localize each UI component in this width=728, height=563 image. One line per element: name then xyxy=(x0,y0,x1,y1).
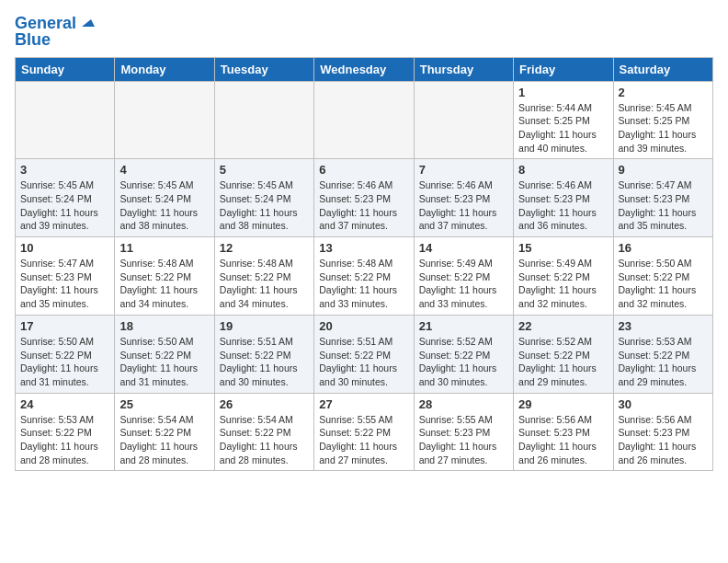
calendar-cell: 3Sunrise: 5:45 AM Sunset: 5:24 PM Daylig… xyxy=(16,159,115,237)
calendar-cell: 2Sunrise: 5:45 AM Sunset: 5:25 PM Daylig… xyxy=(613,81,712,159)
day-info: Sunrise: 5:52 AM Sunset: 5:22 PM Dayligh… xyxy=(419,335,508,389)
col-header-sunday: Sunday xyxy=(16,57,115,81)
day-info: Sunrise: 5:50 AM Sunset: 5:22 PM Dayligh… xyxy=(119,335,209,389)
calendar-cell: 23Sunrise: 5:53 AM Sunset: 5:22 PM Dayli… xyxy=(613,315,712,393)
calendar-cell xyxy=(214,81,313,159)
calendar-cell: 1Sunrise: 5:44 AM Sunset: 5:25 PM Daylig… xyxy=(514,81,613,159)
calendar-cell: 18Sunrise: 5:50 AM Sunset: 5:22 PM Dayli… xyxy=(115,315,214,393)
day-number: 30 xyxy=(619,397,708,411)
logo-text-line2: Blue xyxy=(15,31,51,50)
day-info: Sunrise: 5:45 AM Sunset: 5:25 PM Dayligh… xyxy=(619,101,708,155)
calendar-cell: 29Sunrise: 5:56 AM Sunset: 5:23 PM Dayli… xyxy=(514,393,613,471)
calendar-cell: 22Sunrise: 5:52 AM Sunset: 5:22 PM Dayli… xyxy=(514,315,613,393)
day-number: 4 xyxy=(119,163,209,177)
day-number: 14 xyxy=(419,241,508,255)
calendar-cell: 14Sunrise: 5:49 AM Sunset: 5:22 PM Dayli… xyxy=(414,237,513,316)
calendar-cell: 17Sunrise: 5:50 AM Sunset: 5:22 PM Dayli… xyxy=(16,315,115,393)
day-number: 10 xyxy=(20,241,109,255)
day-number: 24 xyxy=(20,397,109,411)
day-number: 12 xyxy=(220,241,309,255)
day-info: Sunrise: 5:53 AM Sunset: 5:22 PM Dayligh… xyxy=(619,335,708,389)
logo-icon xyxy=(78,14,95,30)
day-info: Sunrise: 5:55 AM Sunset: 5:23 PM Dayligh… xyxy=(419,413,508,467)
day-info: Sunrise: 5:45 AM Sunset: 5:24 PM Dayligh… xyxy=(20,178,109,233)
calendar-header-row: SundayMondayTuesdayWednesdayThursdayFrid… xyxy=(16,57,713,81)
day-number: 23 xyxy=(619,319,708,333)
calendar-cell: 30Sunrise: 5:56 AM Sunset: 5:23 PM Dayli… xyxy=(613,393,712,471)
calendar-cell xyxy=(414,81,513,159)
day-number: 29 xyxy=(518,397,608,411)
col-header-friday: Friday xyxy=(514,57,613,81)
calendar-cell: 15Sunrise: 5:49 AM Sunset: 5:22 PM Dayli… xyxy=(514,237,613,316)
calendar-cell: 21Sunrise: 5:52 AM Sunset: 5:22 PM Dayli… xyxy=(414,315,513,393)
day-info: Sunrise: 5:49 AM Sunset: 5:22 PM Dayligh… xyxy=(518,257,608,311)
day-info: Sunrise: 5:48 AM Sunset: 5:22 PM Dayligh… xyxy=(319,257,408,311)
col-header-tuesday: Tuesday xyxy=(214,57,313,81)
calendar-cell: 9Sunrise: 5:47 AM Sunset: 5:23 PM Daylig… xyxy=(613,159,712,237)
day-info: Sunrise: 5:52 AM Sunset: 5:22 PM Dayligh… xyxy=(518,335,608,389)
day-info: Sunrise: 5:50 AM Sunset: 5:22 PM Dayligh… xyxy=(20,335,109,389)
calendar-cell: 16Sunrise: 5:50 AM Sunset: 5:22 PM Dayli… xyxy=(613,237,712,316)
day-info: Sunrise: 5:45 AM Sunset: 5:24 PM Dayligh… xyxy=(119,178,209,233)
day-number: 7 xyxy=(419,163,508,177)
svg-marker-0 xyxy=(82,19,95,27)
day-number: 21 xyxy=(419,319,508,333)
day-info: Sunrise: 5:50 AM Sunset: 5:22 PM Dayligh… xyxy=(619,257,708,311)
calendar-week-3: 17Sunrise: 5:50 AM Sunset: 5:22 PM Dayli… xyxy=(16,315,713,393)
day-info: Sunrise: 5:48 AM Sunset: 5:22 PM Dayligh… xyxy=(119,257,209,311)
calendar-cell: 13Sunrise: 5:48 AM Sunset: 5:22 PM Dayli… xyxy=(314,237,414,316)
day-info: Sunrise: 5:56 AM Sunset: 5:23 PM Dayligh… xyxy=(619,413,708,467)
calendar-cell: 4Sunrise: 5:45 AM Sunset: 5:24 PM Daylig… xyxy=(115,159,214,237)
day-number: 11 xyxy=(119,241,209,255)
day-number: 17 xyxy=(20,319,109,333)
col-header-monday: Monday xyxy=(115,57,214,81)
day-info: Sunrise: 5:54 AM Sunset: 5:22 PM Dayligh… xyxy=(119,413,209,467)
day-number: 26 xyxy=(220,397,309,411)
day-number: 3 xyxy=(20,163,109,177)
calendar-cell: 27Sunrise: 5:55 AM Sunset: 5:22 PM Dayli… xyxy=(314,393,414,471)
day-number: 6 xyxy=(319,163,408,177)
day-info: Sunrise: 5:51 AM Sunset: 5:22 PM Dayligh… xyxy=(220,335,309,389)
day-info: Sunrise: 5:47 AM Sunset: 5:23 PM Dayligh… xyxy=(20,257,109,311)
col-header-thursday: Thursday xyxy=(414,57,513,81)
day-info: Sunrise: 5:55 AM Sunset: 5:22 PM Dayligh… xyxy=(319,413,408,467)
col-header-wednesday: Wednesday xyxy=(314,57,414,81)
calendar-week-4: 24Sunrise: 5:53 AM Sunset: 5:22 PM Dayli… xyxy=(16,393,713,471)
day-info: Sunrise: 5:54 AM Sunset: 5:22 PM Dayligh… xyxy=(220,413,309,467)
calendar-cell: 10Sunrise: 5:47 AM Sunset: 5:23 PM Dayli… xyxy=(16,237,115,316)
day-number: 5 xyxy=(220,163,309,177)
calendar-cell xyxy=(16,81,115,159)
day-number: 9 xyxy=(619,163,708,177)
day-number: 1 xyxy=(518,86,608,99)
day-info: Sunrise: 5:46 AM Sunset: 5:23 PM Dayligh… xyxy=(419,178,508,233)
calendar-week-1: 3Sunrise: 5:45 AM Sunset: 5:24 PM Daylig… xyxy=(16,159,713,237)
day-number: 28 xyxy=(419,397,508,411)
day-number: 8 xyxy=(518,163,608,177)
day-number: 20 xyxy=(319,319,408,333)
day-info: Sunrise: 5:51 AM Sunset: 5:22 PM Dayligh… xyxy=(319,335,408,389)
day-number: 18 xyxy=(119,319,209,333)
day-info: Sunrise: 5:48 AM Sunset: 5:22 PM Dayligh… xyxy=(220,257,309,311)
day-info: Sunrise: 5:46 AM Sunset: 5:23 PM Dayligh… xyxy=(518,178,608,233)
calendar-cell: 8Sunrise: 5:46 AM Sunset: 5:23 PM Daylig… xyxy=(514,159,613,237)
calendar-table: SundayMondayTuesdayWednesdayThursdayFrid… xyxy=(15,57,713,472)
day-number: 15 xyxy=(518,241,608,255)
day-info: Sunrise: 5:53 AM Sunset: 5:22 PM Dayligh… xyxy=(20,413,109,467)
day-number: 13 xyxy=(319,241,408,255)
calendar-cell xyxy=(314,81,414,159)
calendar-cell: 25Sunrise: 5:54 AM Sunset: 5:22 PM Dayli… xyxy=(115,393,214,471)
calendar-cell: 7Sunrise: 5:46 AM Sunset: 5:23 PM Daylig… xyxy=(414,159,513,237)
calendar-cell: 11Sunrise: 5:48 AM Sunset: 5:22 PM Dayli… xyxy=(115,237,214,316)
day-info: Sunrise: 5:47 AM Sunset: 5:23 PM Dayligh… xyxy=(619,178,708,233)
day-info: Sunrise: 5:45 AM Sunset: 5:24 PM Dayligh… xyxy=(220,178,309,233)
day-number: 27 xyxy=(319,397,408,411)
page-header: General Blue xyxy=(15,15,713,50)
calendar-week-2: 10Sunrise: 5:47 AM Sunset: 5:23 PM Dayli… xyxy=(16,237,713,316)
calendar-cell: 24Sunrise: 5:53 AM Sunset: 5:22 PM Dayli… xyxy=(16,393,115,471)
day-number: 16 xyxy=(619,241,708,255)
calendar-cell: 12Sunrise: 5:48 AM Sunset: 5:22 PM Dayli… xyxy=(214,237,313,316)
logo: General Blue xyxy=(15,15,95,50)
calendar-cell xyxy=(115,81,214,159)
col-header-saturday: Saturday xyxy=(613,57,712,81)
day-info: Sunrise: 5:56 AM Sunset: 5:23 PM Dayligh… xyxy=(518,413,608,467)
